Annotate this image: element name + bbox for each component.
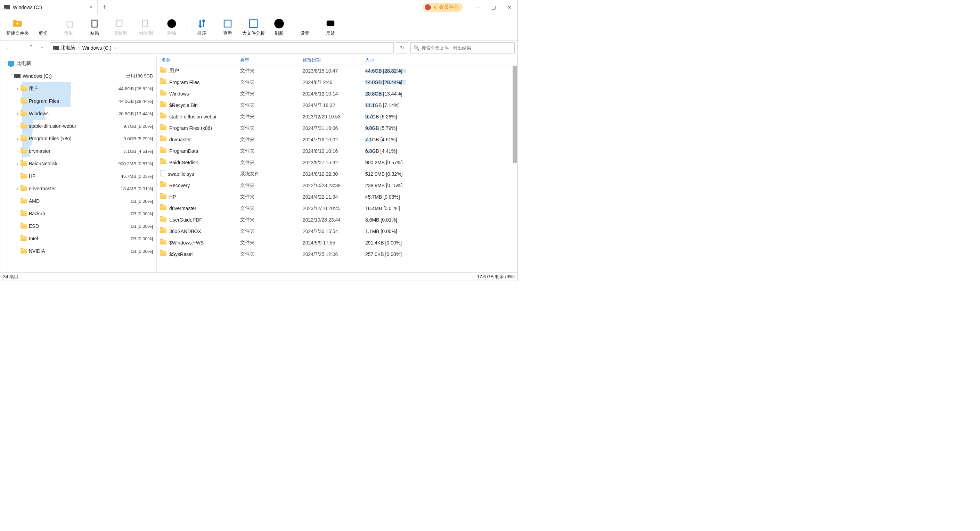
tree-item[interactable]: ›BaiduNetdisk900.2MB [0.57%] [0,157,156,170]
vip-badge[interactable]: V 会员中心 [423,3,463,12]
back-button[interactable]: ← [5,44,13,52]
tree-item[interactable]: ESD0B [0.00%] [0,220,156,232]
file-size: 900.2MB [0.57%] [365,160,494,165]
expand-icon[interactable]: › [15,162,21,166]
tree-item[interactable]: ›Program Files44.0GB [28.44%] [0,95,156,107]
file-row[interactable]: swapfile.sys系统文件2024/8/12 22:30512.0MB [… [157,168,517,179]
file-row[interactable]: 360SANDBOX文件夹2024/7/30 15:541.1MB [0.00%… [157,225,517,237]
file-name: Program Files (x86) [169,125,212,131]
tree-item[interactable]: ›HP45.7MB [0.03%] [0,170,156,182]
refresh-button[interactable]: 刷新 [266,15,292,40]
expand-icon[interactable]: › [15,187,21,191]
new-tab-button[interactable]: + [98,3,111,11]
folder-icon [160,228,167,234]
sidebar-tree[interactable]: ˅此电脑˅Windows (C:)已用180.9GB›用户44.6GB [28.… [0,55,157,272]
expand-icon[interactable]: › [15,136,21,141]
folder-icon [160,90,167,97]
search-input[interactable] [422,46,512,51]
copy-to-button[interactable]: 复制到 [107,15,133,40]
expand-icon[interactable]: ˅ [9,74,14,78]
sort-button[interactable]: 排序 [189,15,215,40]
copy-button[interactable]: 复制 [56,15,82,40]
expand-icon[interactable]: › [15,124,21,128]
file-row[interactable]: BaiduNetdisk文件夹2023/9/27 15:32900.2MB [0… [157,157,517,168]
item-icon [21,249,27,254]
file-row[interactable]: 用户文件夹2023/8/15 10:4744.6GB [28.82%] [157,65,517,76]
tool-label: 大文件分析 [242,30,265,36]
expand-icon[interactable]: › [15,149,21,153]
tool-label: 刷新 [275,30,283,36]
expand-icon[interactable]: ˅ [2,62,8,66]
column-date[interactable]: 修改日期 [303,57,365,63]
breadcrumb-item[interactable]: Windows (C:) [82,45,111,51]
folder-icon [160,136,167,143]
up-button[interactable]: ↑ [38,44,46,52]
file-row[interactable]: $SysReset文件夹2024/7/25 12:06257.0KB [0.00… [157,248,517,260]
tree-label: AMD [29,198,130,204]
breadcrumb-root[interactable]: 此电脑 [60,45,75,51]
breadcrumb[interactable]: 此电脑 › Windows (C:) › [50,42,394,54]
search-box[interactable]: 🔍 [410,42,515,54]
feedback-button[interactable]: 反馈 [318,15,344,40]
column-type[interactable]: 类型 [240,57,303,63]
expand-icon[interactable]: › [15,87,21,90]
refresh-address-button[interactable]: ↻ [396,42,408,54]
file-row[interactable]: $Windows.~WS文件夹2024/5/9 17:55291.4KB [0.… [157,237,517,248]
new-folder-button[interactable]: +新建文件夹 [5,15,30,40]
scrollbar-thumb[interactable] [512,66,517,163]
file-row[interactable]: drvmaster文件夹2024/7/16 10:027.1GB [4.61%] [157,134,517,145]
tree-item[interactable]: ›用户44.6GB [28.82%] [0,82,156,95]
history-dropdown[interactable]: ˅ [27,44,35,52]
tree-item[interactable]: ›stable-diffusion-webui9.7GB [6.26%] [0,120,156,132]
file-size: 257.0KB [0.00%] [365,251,494,257]
file-date: 2024/7/16 10:02 [303,137,365,143]
file-size: 8.6MB [0.01%] [365,217,494,223]
move-to-button[interactable]: 移动到 [133,15,159,40]
settings-button[interactable]: 设置 [292,15,318,40]
forward-button[interactable]: → [16,44,24,52]
file-type: 文件夹 [240,68,303,74]
tree-item[interactable]: ›Program Files (x86)9.0GB [5.79%] [0,132,156,145]
tree-item[interactable]: AMD0B [0.00%] [0,195,156,207]
expand-icon[interactable]: › [15,111,21,116]
maximize-button[interactable]: ▢ [485,0,501,14]
file-type: 文件夹 [240,182,303,189]
tree-item[interactable]: ›drivermaster18.4MB [0.01%] [0,182,156,195]
file-row[interactable]: ProgramData文件夹2024/8/12 10:166.8GB [4.41… [157,145,517,157]
file-row[interactable]: $Recycle.Bin文件夹2024/4/7 18:3211.1GB [7.1… [157,99,517,111]
file-row[interactable]: Windows文件夹2024/8/12 10:1420.8GB [13.44%] [157,88,517,99]
minimize-button[interactable]: — [469,0,485,14]
tree-item[interactable]: ˅此电脑 [0,57,156,70]
window-tab[interactable]: Windows (C:) × [0,0,98,14]
tree-item[interactable]: ˅Windows (C:)已用180.9GB [0,70,156,82]
file-row[interactable]: Recovery文件夹2022/10/28 23:39238.9MB [0.15… [157,179,517,191]
tree-item[interactable]: Intel0B [0.00%] [0,232,156,245]
column-size[interactable]: 大小˅ [365,57,494,63]
file-date: 2023/12/18 20:45 [303,206,365,211]
file-row[interactable]: drivermaster文件夹2023/12/18 20:4518.4MB [0… [157,203,517,214]
file-name: BaiduNetdisk [169,160,198,165]
close-button[interactable]: ✕ [501,0,517,14]
tree-item[interactable]: ›drvmaster7.1GB [4.61%] [0,145,156,157]
tree-item[interactable]: Backup0B [0.00%] [0,207,156,220]
column-name[interactable]: 名称 [160,57,240,63]
scrollbar[interactable] [512,66,517,271]
svg-point-8 [167,19,176,28]
view-button[interactable]: 查看 [215,15,240,40]
file-row[interactable]: stable-diffusion-webui文件夹2023/12/29 10:5… [157,111,517,122]
paste-button[interactable]: 粘贴 [82,15,107,40]
close-tab-icon[interactable]: × [89,4,92,10]
file-row[interactable]: UserGuidePDF文件夹2022/10/28 23:448.6MB [0.… [157,214,517,225]
expand-icon[interactable]: › [15,174,21,178]
tree-item[interactable]: NVIDIA0B [0.00%] [0,245,156,257]
big-file-button[interactable]: 大文件分析 [240,15,266,40]
file-row[interactable]: HP文件夹2024/4/22 11:3445.7MB [0.03%] [157,191,517,203]
tree-item[interactable]: ›Windows20.8GB [13.44%] [0,107,156,120]
file-row[interactable]: Program Files (x86)文件夹2024/7/31 16:069.0… [157,122,517,134]
file-size: 1.1MB [0.00%] [365,228,494,234]
cut-button[interactable]: 剪切 [30,15,56,40]
file-row[interactable]: Program Files文件夹2024/8/7 2:4644.0GB [28.… [157,76,517,88]
delete-button[interactable]: 删除 [159,15,185,40]
expand-icon[interactable]: › [15,99,21,103]
sort-icon [197,18,207,29]
